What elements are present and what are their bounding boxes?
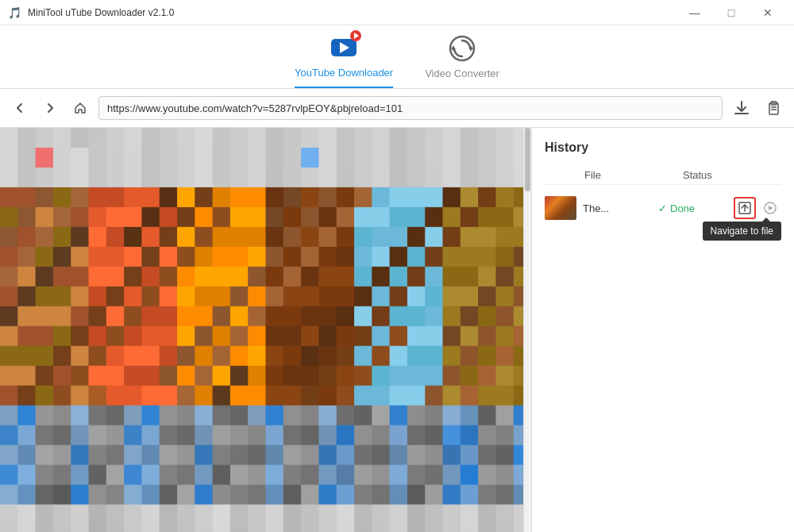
browser-scrollbar[interactable] bbox=[523, 128, 531, 532]
tab-converter-label: Video Converter bbox=[425, 67, 499, 79]
download-button[interactable] bbox=[729, 95, 754, 121]
item-actions bbox=[734, 197, 781, 219]
history-title: History bbox=[545, 141, 781, 155]
play-button[interactable] bbox=[759, 197, 781, 219]
video-converter-icon bbox=[448, 34, 476, 63]
status-checkmark: ✓ bbox=[658, 202, 667, 214]
nav-bar bbox=[0, 89, 794, 128]
svg-marker-2 bbox=[451, 45, 454, 52]
tab-youtube-downloader[interactable]: YouTube Downloader bbox=[295, 33, 393, 88]
status-text: Done bbox=[670, 202, 695, 214]
navigate-to-file-tooltip: Navigate to file bbox=[703, 222, 781, 241]
url-input[interactable] bbox=[98, 96, 723, 120]
app-title: MiniTool uTube Downloader v2.1.0 bbox=[28, 7, 174, 18]
item-thumbnail bbox=[545, 196, 576, 220]
title-bar-left: 🎵 MiniTool uTube Downloader v2.1.0 bbox=[8, 6, 174, 19]
main-content: History File Status The... ✓ Done bbox=[0, 128, 794, 532]
tab-bar: YouTube Downloader Video Converter bbox=[0, 25, 794, 89]
forward-button[interactable] bbox=[38, 96, 62, 120]
history-panel: History File Status The... ✓ Done bbox=[532, 128, 794, 532]
item-status: ✓ Done bbox=[658, 202, 734, 214]
tab-video-converter[interactable]: Video Converter bbox=[425, 34, 499, 87]
close-button[interactable]: ✕ bbox=[750, 0, 786, 25]
browser-panel bbox=[0, 128, 532, 532]
svg-marker-1 bbox=[470, 45, 473, 52]
youtube-downloader-icon bbox=[330, 33, 358, 62]
item-filename: The... bbox=[583, 202, 658, 214]
column-file: File bbox=[545, 169, 683, 181]
history-row: The... ✓ Done bbox=[545, 190, 781, 226]
scrollbar-thumb[interactable] bbox=[525, 128, 530, 191]
navigate-to-file-button[interactable] bbox=[734, 197, 756, 219]
clipboard-button[interactable] bbox=[761, 95, 786, 121]
home-button[interactable] bbox=[68, 96, 92, 120]
webpage-canvas bbox=[0, 128, 531, 532]
history-header: File Status bbox=[545, 166, 781, 185]
title-bar: 🎵 MiniTool uTube Downloader v2.1.0 — □ ✕ bbox=[0, 0, 794, 25]
minimize-button[interactable]: — bbox=[676, 0, 713, 25]
svg-marker-10 bbox=[769, 206, 773, 210]
maximize-button[interactable]: □ bbox=[713, 0, 750, 25]
tab-youtube-label: YouTube Downloader bbox=[295, 67, 393, 79]
back-button[interactable] bbox=[8, 96, 32, 120]
column-status: Status bbox=[683, 169, 781, 181]
app-icon: 🎵 bbox=[8, 6, 21, 19]
window-controls: — □ ✕ bbox=[676, 0, 786, 25]
thumbnail-image bbox=[545, 196, 576, 220]
